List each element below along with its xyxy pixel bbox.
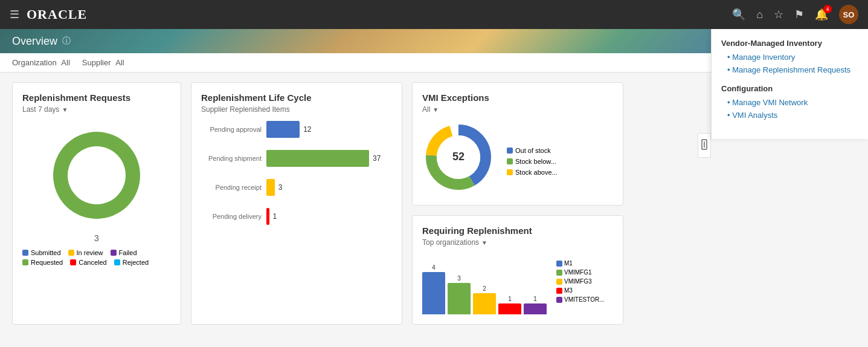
legend-dot-stockbelow bbox=[507, 158, 513, 164]
lifecycle-bar-chart: Pending approval 12 Pending shipment 37 … bbox=[201, 121, 392, 225]
requiring-title: Requiring Replenishment bbox=[422, 225, 613, 236]
star-icon[interactable]: ☆ bbox=[774, 8, 783, 21]
req-legend-dot-m3 bbox=[556, 288, 562, 294]
legend-outofstock: Out of stock bbox=[507, 147, 558, 154]
menu-icon[interactable]: ☰ bbox=[10, 8, 19, 21]
vmi-donut-chart: 52 bbox=[422, 121, 495, 193]
manage-inventory-link[interactable]: Manage Inventory bbox=[721, 53, 858, 62]
avatar[interactable]: SO bbox=[839, 5, 858, 24]
legend-submitted: Submitted bbox=[22, 249, 61, 256]
vmi-section: Vendor-Managed Inventory Manage Inventor… bbox=[721, 39, 858, 74]
bar-pending-receipt bbox=[266, 179, 275, 196]
bar-col-vmimfg3: 2 bbox=[473, 285, 496, 314]
bar-pending-approval bbox=[266, 121, 300, 138]
bar-col-m3: 1 bbox=[498, 296, 521, 314]
lifecycle-card: Replenishment Life Cycle Supplier Replen… bbox=[191, 82, 402, 325]
org-value: All bbox=[61, 58, 69, 67]
sidebar-toggle-button[interactable] bbox=[698, 133, 711, 158]
bar-m3 bbox=[498, 303, 521, 314]
org-label: Organization bbox=[12, 58, 57, 67]
config-section-title: Configuration bbox=[721, 84, 858, 93]
req-legend-dot-vmimfg3 bbox=[556, 279, 562, 285]
legend-stockbelow: Stock below... bbox=[507, 158, 558, 165]
config-section: Configuration Manage VMI Network VMI Ana… bbox=[721, 84, 858, 120]
bar-col-m1: 4 bbox=[422, 264, 445, 314]
nav-left: ☰ ORACLE bbox=[10, 7, 87, 22]
top-navigation: ☰ ORACLE 🔍 ⌂ ☆ ⚑ 🔔 4 SO bbox=[0, 0, 868, 29]
req-legend-dot-vmimfg1 bbox=[556, 270, 562, 276]
page-title-container: Overview ⓘ bbox=[12, 35, 71, 48]
bar-row-pending-approval: Pending approval 12 bbox=[201, 121, 392, 138]
donut-chart bbox=[42, 121, 151, 230]
bar-col-vmimfg1: 3 bbox=[448, 275, 471, 314]
supplier-value: All bbox=[115, 58, 124, 67]
manage-requests-link[interactable]: Manage Replenishment Requests bbox=[721, 65, 858, 74]
bar-vmimfg3 bbox=[473, 293, 496, 314]
requiring-replenishment-card: Requiring Replenishment Top organization… bbox=[412, 215, 623, 325]
org-filter: Organization All bbox=[12, 58, 70, 67]
supplier-filter: Supplier All bbox=[82, 58, 124, 67]
page-title: Overview bbox=[12, 35, 57, 48]
replenishment-subtitle[interactable]: Last 7 days ▼ bbox=[22, 105, 171, 114]
supplier-label: Supplier bbox=[82, 58, 111, 67]
vmi-analysts-link[interactable]: VMI Analysts bbox=[721, 111, 858, 120]
search-icon[interactable]: 🔍 bbox=[732, 8, 745, 21]
flag-icon[interactable]: ⚑ bbox=[794, 8, 804, 21]
req-legend-dot-m1 bbox=[556, 261, 562, 267]
bar-vmimfg1 bbox=[448, 283, 471, 314]
bell-icon[interactable]: 🔔 4 bbox=[815, 8, 828, 21]
replenishment-title: Replenishment Requests bbox=[22, 92, 171, 103]
nav-right: 🔍 ⌂ ☆ ⚑ 🔔 4 SO bbox=[732, 5, 858, 24]
requiring-legend: M1 VMIMFG1 VMIMFG3 M3 bbox=[556, 260, 605, 303]
legend-dot-stockabove bbox=[507, 169, 513, 175]
bar-row-pending-delivery: Pending delivery 1 bbox=[201, 208, 392, 225]
bar-row-pending-receipt: Pending receipt 3 bbox=[201, 179, 392, 196]
toggle-icon bbox=[701, 138, 708, 151]
vmi-exceptions-card: VMI Exceptions All ▼ 52 bbox=[412, 82, 623, 206]
legend-canceled: Canceled bbox=[70, 259, 106, 266]
bar-pending-delivery bbox=[266, 208, 269, 225]
legend-failed: Failed bbox=[111, 249, 137, 256]
bar-m1 bbox=[422, 272, 445, 314]
replenishment-requests-card: Replenishment Requests Last 7 days ▼ 3 S… bbox=[12, 82, 181, 325]
legend-stockabove: Stock above... bbox=[507, 169, 558, 176]
lifecycle-subtitle: Supplier Replenished Items bbox=[201, 105, 392, 114]
legend-rejected: Rejected bbox=[114, 259, 149, 266]
legend-requested: Requested bbox=[22, 259, 63, 266]
lifecycle-title: Replenishment Life Cycle bbox=[201, 92, 392, 103]
help-icon[interactable]: ⓘ bbox=[62, 36, 71, 47]
notification-badge: 4 bbox=[823, 5, 832, 13]
legend-dot-failed bbox=[111, 250, 117, 256]
bar-pending-shipment bbox=[266, 150, 369, 167]
req-legend-dot-vmitestor bbox=[556, 297, 562, 303]
requiring-subtitle[interactable]: Top organizations ▼ bbox=[422, 238, 613, 247]
req-legend-vmitestor: VMITESTOR... bbox=[556, 296, 605, 303]
home-icon[interactable]: ⌂ bbox=[756, 8, 763, 21]
req-legend-vmimfg1: VMIMFG1 bbox=[556, 269, 605, 276]
requiring-bar-chart: 4 3 2 1 bbox=[422, 260, 547, 314]
donut-chart-container: 3 bbox=[22, 121, 171, 243]
legend-dot-submitted bbox=[22, 250, 28, 256]
vmi-content: 52 Out of stock Stock below... Stock abo… bbox=[422, 121, 613, 195]
req-legend-m1: M1 bbox=[556, 260, 605, 267]
req-legend-vmimfg3: VMIMFG3 bbox=[556, 278, 605, 285]
legend-inreview: In review bbox=[68, 249, 103, 256]
right-panel: Vendor-Managed Inventory Manage Inventor… bbox=[711, 29, 868, 139]
replenishment-legend: Submitted In review Failed Requested Can… bbox=[22, 249, 171, 266]
vmi-title: VMI Exceptions bbox=[422, 92, 613, 103]
bar-row-pending-shipment: Pending shipment 37 bbox=[201, 150, 392, 167]
legend-dot-requested bbox=[22, 259, 28, 265]
vmi-section-title: Vendor-Managed Inventory bbox=[721, 39, 858, 48]
subtitle-arrow: ▼ bbox=[62, 106, 68, 113]
req-legend-m3: M3 bbox=[556, 287, 605, 294]
vmi-total-text: 52 bbox=[452, 151, 465, 163]
bar-vmitestor bbox=[524, 303, 547, 314]
vmi-subtitle[interactable]: All ▼ bbox=[422, 105, 613, 114]
legend-dot-canceled bbox=[70, 259, 76, 265]
right-cards: VMI Exceptions All ▼ 52 bbox=[412, 82, 623, 325]
requiring-content: 4 3 2 1 bbox=[422, 254, 613, 314]
donut-hole bbox=[68, 146, 126, 204]
vmi-donut: 52 bbox=[422, 121, 495, 195]
manage-network-link[interactable]: Manage VMI Network bbox=[721, 98, 858, 107]
legend-dot-inreview bbox=[68, 250, 74, 256]
